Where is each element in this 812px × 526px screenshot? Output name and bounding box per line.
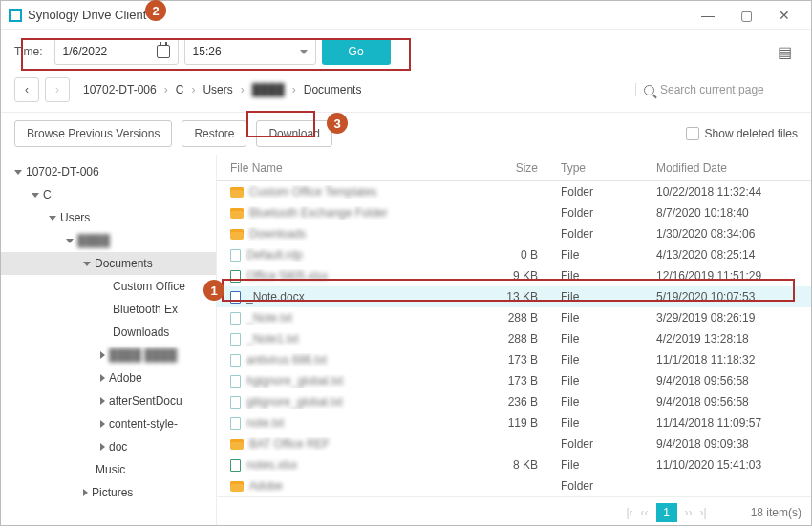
table-row[interactable]: Custom Office TemplatesFolder10/22/2018 …	[217, 181, 811, 202]
tree-item[interactable]: Users	[1, 206, 216, 229]
table-row[interactable]: notes.xlsx8 KBFile11/10/2020 15:41:03	[217, 454, 811, 475]
go-button[interactable]: Go	[322, 38, 391, 65]
card-view-icon[interactable]: ▤	[771, 38, 798, 65]
chevron-down-icon[interactable]	[83, 262, 91, 266]
pager-next-button[interactable]: ››	[685, 506, 693, 519]
chevron-down-icon[interactable]	[66, 239, 74, 243]
tree-item[interactable]: afterSentDocu	[1, 389, 216, 412]
col-type[interactable]: Type	[555, 161, 651, 175]
tree-item-label: content-style-	[109, 417, 178, 431]
search-icon	[644, 85, 654, 95]
search-placeholder: Search current page	[660, 83, 764, 96]
table-row[interactable]: hgignore_global.txt173 BFile9/4/2018 09:…	[217, 370, 811, 391]
table-row[interactable]: _Note1.txt288 BFile4/2/2019 13:28:18	[217, 328, 811, 349]
file-size: 173 B	[479, 374, 555, 388]
file-name: note.txt	[246, 416, 284, 430]
tree-item[interactable]: doc	[1, 435, 216, 458]
col-name[interactable]: File Name	[224, 161, 479, 175]
tree-item[interactable]: Documents	[1, 252, 216, 275]
table-row[interactable]: _Note.txt288 BFile3/29/2019 08:26:19	[217, 307, 811, 328]
tree-item-label: Custom Office	[113, 280, 185, 293]
table-row[interactable]: _Note.docx13 KBFile5/19/2020 10:07:53	[217, 286, 811, 307]
table-row[interactable]: Bluetooth Exchange FolderFolder8/7/2020 …	[217, 202, 811, 223]
pager-first-button[interactable]: |‹	[626, 506, 632, 519]
crumb-user[interactable]: ████	[252, 83, 285, 96]
crumb-host[interactable]: 10702-DT-006	[83, 83, 157, 96]
date-value: 1/6/2022	[63, 45, 108, 58]
tree-item-label: Downloads	[113, 326, 169, 339]
chevron-down-icon[interactable]	[49, 216, 56, 221]
show-deleted-checkbox[interactable]	[686, 127, 699, 140]
table-row[interactable]: Default.rdp0 BFile4/13/2020 08:25:14	[217, 244, 811, 265]
search-input[interactable]: Search current page	[635, 83, 798, 96]
tree-item[interactable]: C	[1, 183, 216, 206]
file-size: 119 B	[479, 416, 555, 430]
table-row[interactable]: antivirus 686.txt173 BFile11/1/2018 11:1…	[217, 349, 811, 370]
calendar-icon[interactable]	[157, 45, 170, 58]
window-maximize-button[interactable]: ▢	[727, 8, 765, 23]
file-icon	[230, 354, 241, 367]
window-close-button[interactable]: ✕	[765, 8, 803, 23]
tree-item[interactable]: Pictures	[1, 481, 216, 504]
file-type: Folder	[555, 185, 651, 199]
chevron-right-icon[interactable]	[100, 374, 105, 382]
restore-button[interactable]: Restore	[182, 120, 246, 147]
table-body: Custom Office TemplatesFolder10/22/2018 …	[217, 181, 811, 496]
tree-item[interactable]: Adobe	[1, 367, 216, 389]
pager-current: 1	[656, 503, 677, 522]
tree-item-label: Bluetooth Ex	[113, 303, 178, 316]
file-icon	[230, 417, 241, 430]
pager-last-button[interactable]: ›|	[700, 506, 707, 519]
chevron-right-icon[interactable]	[100, 443, 105, 451]
time-dropdown[interactable]: 15:26	[184, 38, 316, 65]
tree-item[interactable]: Music	[1, 458, 216, 481]
file-name: Bluetooth Exchange Folder	[249, 206, 388, 220]
file-name: gitignore_global.txt	[246, 395, 343, 409]
crumb-documents[interactable]: Documents	[304, 83, 362, 96]
tree-item[interactable]: Bluetooth Ex	[1, 298, 216, 321]
chevron-down-icon[interactable]	[14, 170, 22, 175]
download-button[interactable]: Download	[256, 120, 331, 147]
window-minimize-button[interactable]: —	[689, 8, 727, 23]
nav-forward-button[interactable]: ›	[45, 77, 70, 102]
file-type: File	[555, 416, 651, 430]
col-date[interactable]: Modified Date	[651, 161, 803, 175]
crumb-users[interactable]: Users	[203, 83, 232, 96]
date-input[interactable]: 1/6/2022	[54, 38, 179, 65]
crumb-drive[interactable]: C	[176, 83, 184, 96]
table-row[interactable]: Office 5805.xlsx9 KBFile12/16/2019 11:51…	[217, 265, 811, 286]
tree-item[interactable]: ████	[1, 229, 216, 252]
tree-item[interactable]: Custom Office	[1, 275, 216, 298]
file-type: Folder	[555, 206, 651, 220]
table-row[interactable]: BAT Office REFFolder9/4/2018 09:09:38	[217, 433, 811, 454]
tree-item[interactable]: 10702-DT-006	[1, 160, 216, 183]
browse-versions-button[interactable]: Browse Previous Versions	[14, 120, 172, 147]
chevron-right-icon[interactable]	[100, 397, 105, 405]
chevron-down-icon	[300, 50, 308, 54]
table-row[interactable]: note.txt119 BFile11/14/2018 11:09:57	[217, 412, 811, 433]
file-type: File	[555, 458, 651, 472]
file-type: File	[555, 374, 651, 388]
tree-item[interactable]: content-style-	[1, 412, 216, 435]
chevron-down-icon[interactable]	[32, 193, 39, 198]
tree-item-label: C	[43, 188, 52, 201]
chevron-right-icon[interactable]	[100, 420, 105, 428]
file-date: 9/4/2018 09:56:58	[651, 395, 803, 409]
col-size[interactable]: Size	[479, 161, 555, 175]
table-row[interactable]: DownloadsFolder1/30/2020 08:34:06	[217, 223, 811, 244]
pager-prev-button[interactable]: ‹‹	[641, 506, 649, 519]
chevron-right-icon[interactable]	[100, 351, 105, 359]
file-size: 173 B	[479, 353, 555, 367]
file-date: 1/30/2020 08:34:06	[651, 227, 803, 241]
nav-back-button[interactable]: ‹	[14, 77, 39, 102]
tree-item[interactable]: Downloads	[1, 321, 216, 344]
table-row[interactable]: AdobeFolder	[217, 475, 811, 496]
table-row[interactable]: gitignore_global.txt236 BFile9/4/2018 09…	[217, 391, 811, 412]
chevron-right-icon[interactable]	[83, 489, 88, 496]
folder-tree[interactable]: 10702-DT-006CUsers████DocumentsCustom Of…	[1, 155, 217, 526]
tree-item[interactable]: ████ ████	[1, 344, 216, 367]
file-date: 9/4/2018 09:09:38	[651, 437, 803, 451]
file-date: 9/4/2018 09:56:58	[651, 374, 803, 388]
file-type: File	[555, 269, 651, 283]
file-date: 12/16/2019 11:51:29	[651, 269, 803, 283]
